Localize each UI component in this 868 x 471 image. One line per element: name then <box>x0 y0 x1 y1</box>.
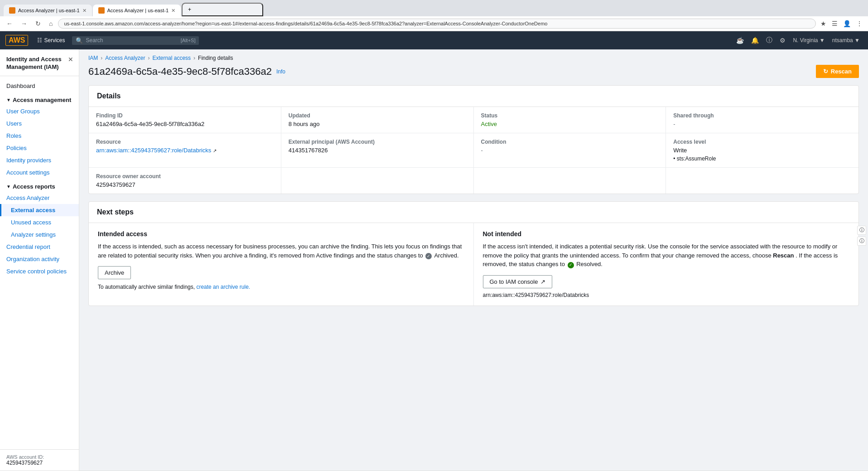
archive-note: To automatically archive similar finding… <box>98 284 464 290</box>
resource-cell: Resource arn:aws:iam::425943759627:role/… <box>89 133 281 167</box>
sidebar-close-button[interactable]: ✕ <box>68 56 73 63</box>
forward-button[interactable]: → <box>18 18 30 29</box>
user-menu[interactable]: ntsamba ▼ <box>829 35 863 45</box>
profile-icon[interactable]: 👤 <box>841 18 853 29</box>
chevron-down-icon-2: ▼ <box>6 184 11 189</box>
finding-id-cell: Finding ID 61a2469a-6c5a-4e35-9ec8-5f78f… <box>89 107 281 133</box>
sidebar-item-user-groups[interactable]: User Groups <box>0 105 79 117</box>
gutter-icon-1[interactable]: ⓘ <box>857 226 866 235</box>
right-gutter: ⓘ ⓘ <box>855 224 868 248</box>
browser-tab-2[interactable]: Access Analyzer | us-east-1 ✕ <box>93 5 181 16</box>
archive-rule-link[interactable]: create an archive rule. <box>196 284 250 290</box>
intended-access-title: Intended access <box>98 230 464 238</box>
menu-icon[interactable]: ⋮ <box>854 18 864 29</box>
sidebar-section-access-management[interactable]: ▼ Access management <box>0 92 79 105</box>
help-icon[interactable]: ⓘ <box>763 34 775 46</box>
browser-tab-1[interactable]: Access Analyzer | us-east-1 ✕ <box>4 5 92 16</box>
next-steps-title: Next steps <box>97 208 850 216</box>
search-input[interactable] <box>86 37 178 44</box>
access-level-value: Write <box>673 147 851 154</box>
breadcrumb-sep-1: › <box>101 55 102 61</box>
details-row-2: Resource arn:aws:iam::425943759627:role/… <box>89 133 858 167</box>
tab-close-2[interactable]: ✕ <box>171 8 175 14</box>
tab-favicon-2 <box>98 7 105 14</box>
resource-value: arn:aws:iam::425943759627:role/Databrick… <box>96 147 274 154</box>
settings-icon[interactable]: ⚙ <box>777 35 788 46</box>
browser-toolbar: ← → ↻ ⌂ ★ ☰ 👤 ⋮ <box>0 16 868 31</box>
extensions-icon[interactable]: ☰ <box>830 18 839 29</box>
breadcrumb-access-analyzer[interactable]: Access Analyzer <box>105 55 145 61</box>
external-link-icon: ↗ <box>213 148 217 153</box>
breadcrumb-external-access[interactable]: External access <box>152 55 191 61</box>
breadcrumb-current: Finding details <box>198 55 233 61</box>
sidebar-item-external-access[interactable]: External access <box>0 204 79 216</box>
intended-access-desc: If the access is intended, such as acces… <box>98 242 464 260</box>
rescan-button[interactable]: ↻ Rescan <box>816 65 859 78</box>
region-selector[interactable]: N. Virginia ▼ <box>790 35 827 45</box>
sidebar-item-analyzer-settings[interactable]: Analyzer settings <box>0 228 79 241</box>
gutter-icon-2[interactable]: ⓘ <box>857 237 866 246</box>
details-row-1: Finding ID 61a2469a-6c5a-4e35-9ec8-5f78f… <box>89 107 858 133</box>
sidebar-item-identity-providers[interactable]: Identity providers <box>0 154 79 166</box>
sidebar-item-account-settings[interactable]: Account settings <box>0 166 79 179</box>
not-intended-title: Not intended <box>483 230 850 238</box>
reload-button[interactable]: ↻ <box>33 18 43 29</box>
breadcrumb-iam[interactable]: IAM <box>88 55 98 61</box>
services-label: Services <box>44 37 65 44</box>
access-level-detail: • sts:AssumeRole <box>673 155 851 162</box>
archive-button[interactable]: Archive <box>98 266 131 279</box>
cloud-icon[interactable]: ☕ <box>733 35 747 46</box>
details-body: Finding ID 61a2469a-6c5a-4e35-9ec8-5f78f… <box>89 107 858 194</box>
access-level-cell: Access level Write • sts:AssumeRole <box>666 133 858 167</box>
info-badge[interactable]: Info <box>276 68 285 75</box>
condition-label: Condition <box>481 139 659 145</box>
sidebar-title: Identity and Access Management (IAM) <box>6 56 68 71</box>
tab-close-1[interactable]: ✕ <box>82 8 87 14</box>
resource-label: Resource <box>96 139 274 145</box>
not-intended-panel: Not intended If the access isn't intende… <box>474 223 859 306</box>
sidebar-item-dashboard[interactable]: Dashboard <box>0 80 79 92</box>
aws-logo: AWS <box>5 35 28 46</box>
back-button[interactable]: ← <box>4 18 15 29</box>
bookmark-icon[interactable]: ★ <box>819 18 828 29</box>
bell-icon[interactable]: 🔔 <box>748 35 762 46</box>
details-card: Details Finding ID 61a2469a-6c5a-4e35-9e… <box>88 85 859 194</box>
home-button[interactable]: ⌂ <box>46 18 55 29</box>
search-icon: 🔍 <box>76 37 83 44</box>
updated-cell: Updated 8 hours ago <box>281 107 474 133</box>
status-cell: Status Active <box>474 107 666 133</box>
sidebar-item-roles[interactable]: Roles <box>0 130 79 142</box>
browser-actions: ★ ☰ 👤 ⋮ <box>819 18 864 29</box>
search-bar[interactable]: 🔍 [Alt+S] <box>72 36 199 45</box>
browser-tabs: Access Analyzer | us-east-1 ✕ Access Ana… <box>4 3 864 16</box>
access-level-action: sts:AssumeRole <box>677 155 716 162</box>
sidebar: Identity and Access Management (IAM) ✕ D… <box>0 49 79 471</box>
new-tab-button[interactable]: + <box>182 3 263 16</box>
search-shortcut: [Alt+S] <box>181 38 196 43</box>
services-button[interactable]: ☷ Services <box>34 35 68 45</box>
address-bar[interactable] <box>58 19 816 29</box>
account-label: AWS account ID: <box>6 454 72 460</box>
empty-cell-3 <box>666 168 858 194</box>
sidebar-item-users[interactable]: Users <box>0 117 79 130</box>
breadcrumb: IAM › Access Analyzer › External access … <box>79 49 868 65</box>
sidebar-item-credential-report[interactable]: Credential report <box>0 241 79 253</box>
resource-owner-value: 425943759627 <box>96 181 274 188</box>
breadcrumb-sep-3: › <box>193 55 195 61</box>
details-title: Details <box>97 92 850 100</box>
breadcrumb-sep-2: › <box>148 55 149 61</box>
sidebar-item-organization-activity[interactable]: Organization activity <box>0 253 79 265</box>
finding-id-label: Finding ID <box>96 112 274 119</box>
sidebar-item-policies[interactable]: Policies <box>0 142 79 154</box>
go-iam-button[interactable]: Go to IAM console ↗ <box>483 275 553 288</box>
empty-cell-2 <box>474 168 666 194</box>
finding-id-value: 61a2469a-6c5a-4e35-9ec8-5f78fca336a2 <box>96 121 274 127</box>
shared-through-cell: Shared through - <box>666 107 858 133</box>
sidebar-section-access-reports[interactable]: ▼ Access reports <box>0 179 79 192</box>
app-layout: Identity and Access Management (IAM) ✕ D… <box>0 49 868 471</box>
sidebar-item-access-analyzer[interactable]: Access Analyzer <box>0 192 79 204</box>
sidebar-item-unused-access[interactable]: Unused access <box>0 216 79 228</box>
resource-link[interactable]: arn:aws:iam::425943759627:role/Databrick… <box>96 147 211 154</box>
page-title-row: 61a2469a-6c5a-4e35-9ec8-5f78fca336a2 Inf… <box>88 66 285 78</box>
sidebar-item-service-control-policies[interactable]: Service control policies <box>0 265 79 277</box>
